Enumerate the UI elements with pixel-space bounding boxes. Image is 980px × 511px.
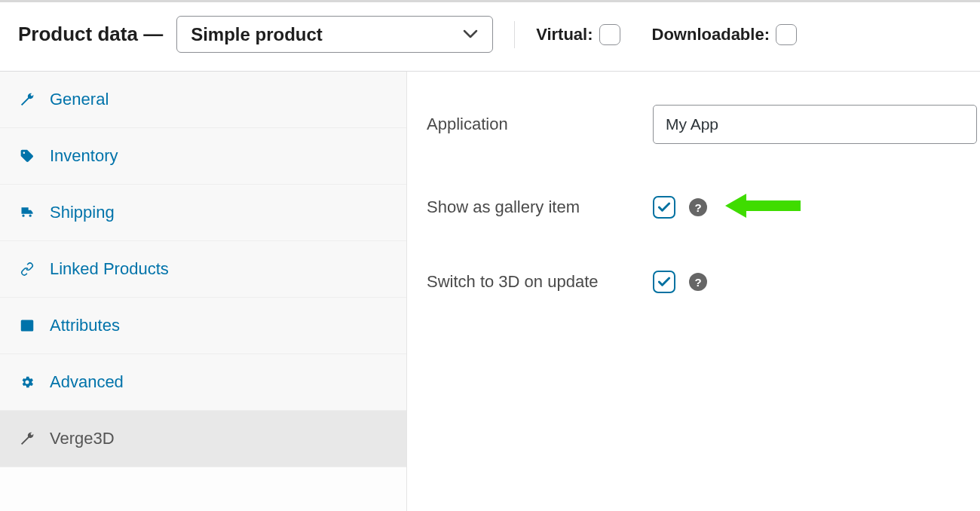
tab-label: Advanced — [50, 372, 124, 392]
tab-label: Inventory — [50, 146, 118, 166]
downloadable-checkbox[interactable] — [776, 24, 797, 45]
switch3d-field-row: Switch to 3D on update ? — [407, 260, 980, 304]
help-icon[interactable]: ? — [689, 273, 707, 291]
gallery-checkbox[interactable] — [653, 196, 675, 219]
help-icon[interactable]: ? — [689, 198, 707, 216]
svg-rect-1 — [23, 323, 27, 324]
downloadable-option[interactable]: Downloadable: — [652, 24, 803, 45]
tab-shipping[interactable]: Shipping — [0, 185, 406, 241]
layout-icon — [17, 317, 38, 334]
tab-advanced[interactable]: Advanced — [0, 354, 406, 411]
verge3d-panel: Application Show as gallery item ? Switc… — [407, 72, 980, 511]
panel-title: Product data — — [18, 23, 163, 46]
tab-label: General — [50, 90, 109, 109]
tab-label: Attributes — [50, 316, 120, 335]
annotation-arrow-icon — [725, 192, 801, 222]
tag-icon — [17, 148, 38, 164]
tab-verge3d[interactable]: Verge3D — [0, 411, 406, 467]
gallery-field-row: Show as gallery item ? — [407, 182, 980, 233]
wrench-icon — [17, 91, 38, 108]
svg-rect-3 — [23, 327, 32, 329]
application-input[interactable] — [653, 105, 977, 144]
switch3d-checkbox[interactable] — [653, 271, 675, 293]
tab-label: Shipping — [50, 203, 115, 222]
application-field-row: Application — [407, 94, 980, 155]
svg-rect-2 — [23, 325, 32, 326]
switch3d-label: Switch to 3D on update — [427, 272, 653, 292]
divider — [514, 21, 515, 48]
tab-linked-products[interactable]: Linked Products — [0, 241, 406, 298]
tab-label: Verge3D — [50, 429, 115, 448]
link-icon — [17, 261, 38, 277]
product-type-select-wrap: Simple product — [176, 16, 493, 53]
tab-general[interactable]: General — [0, 72, 406, 128]
virtual-option[interactable]: Virtual: — [536, 24, 626, 45]
gear-icon — [17, 374, 38, 390]
truck-icon — [17, 204, 38, 221]
application-label: Application — [427, 115, 653, 134]
gallery-label: Show as gallery item — [427, 197, 653, 217]
product-data-header: Product data — Simple product Virtual: D… — [0, 0, 980, 72]
tab-attributes[interactable]: Attributes — [0, 298, 406, 354]
virtual-label: Virtual: — [536, 25, 593, 44]
virtual-checkbox[interactable] — [599, 24, 620, 45]
tab-inventory[interactable]: Inventory — [0, 128, 406, 185]
product-data-body: General Inventory Shipping Linked Produc… — [0, 72, 980, 511]
svg-marker-4 — [725, 194, 801, 218]
wrench-icon — [17, 430, 38, 447]
downloadable-label: Downloadable: — [652, 25, 770, 44]
tab-label: Linked Products — [50, 259, 169, 279]
product-type-select[interactable]: Simple product — [176, 16, 493, 53]
product-data-tabs: General Inventory Shipping Linked Produc… — [0, 72, 407, 511]
